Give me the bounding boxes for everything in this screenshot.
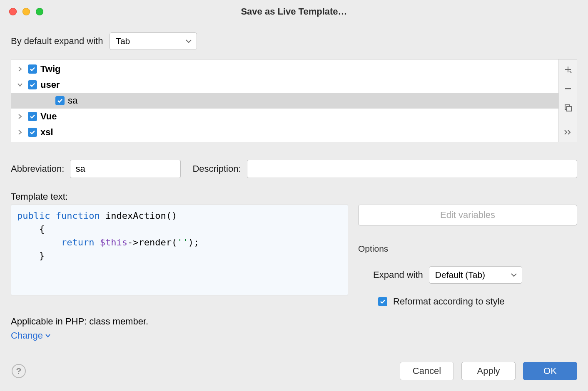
titlebar: Save as Live Template… xyxy=(0,0,588,23)
template-tree-panel: Twig user sa Vue xyxy=(11,59,577,142)
code-kw: public xyxy=(17,210,50,221)
applicable-context: Applicable in PHP: class member. xyxy=(11,316,577,327)
edit-variables-label: Edit variables xyxy=(440,210,495,220)
svg-rect-1 xyxy=(567,106,571,111)
description-label: Description: xyxy=(192,163,241,174)
dialog-window: Save as Live Template… By default expand… xyxy=(0,0,588,391)
button-label: OK xyxy=(543,366,557,376)
template-text-label: Template text: xyxy=(11,191,577,202)
code-var: $this xyxy=(100,237,127,247)
tree-toolbar xyxy=(558,59,577,142)
chevron-right-icon[interactable] xyxy=(15,114,25,119)
close-window-icon[interactable] xyxy=(9,8,17,15)
checkbox-icon[interactable] xyxy=(28,128,37,137)
template-mid-row: public function indexAction() { return $… xyxy=(11,205,577,307)
expand-with-row: Expand with Default (Tab) xyxy=(373,266,577,284)
button-label: Cancel xyxy=(413,366,441,376)
reformat-label: Reformat according to style xyxy=(393,296,505,307)
template-text-editor[interactable]: public function indexAction() { return $… xyxy=(11,205,348,295)
help-icon[interactable]: ? xyxy=(12,364,26,378)
checkbox-icon[interactable] xyxy=(28,64,37,74)
ok-button[interactable]: OK xyxy=(523,362,577,380)
chevron-down-icon[interactable] xyxy=(15,82,25,87)
checkbox-icon[interactable] xyxy=(55,96,65,105)
checkbox-icon[interactable] xyxy=(28,80,37,89)
expand-with-select[interactable]: Default (Tab) xyxy=(429,266,522,284)
code-text: } xyxy=(17,250,45,261)
expand-with-default-value: Tab xyxy=(116,36,130,46)
options-heading: Options xyxy=(358,244,577,254)
content-area: By default expand with Tab Twig user xyxy=(0,23,588,391)
description-input[interactable] xyxy=(247,160,577,178)
abbreviation-input[interactable] xyxy=(70,160,181,178)
duplicate-icon[interactable] xyxy=(562,102,574,114)
code-text: { xyxy=(17,224,45,234)
expand-with-default-select[interactable]: Tab xyxy=(110,32,197,50)
tree-item-sa[interactable]: sa xyxy=(11,93,558,109)
chevron-down-icon xyxy=(511,273,517,277)
change-link-label: Change xyxy=(11,330,43,341)
abbreviation-label: Abbreviation: xyxy=(11,163,64,174)
code-kw: function xyxy=(56,210,100,221)
tree-item-label: sa xyxy=(68,95,77,106)
code-kw: return xyxy=(17,237,100,247)
cancel-button[interactable]: Cancel xyxy=(400,362,454,380)
button-label: Apply xyxy=(477,366,500,376)
change-context-link[interactable]: Change xyxy=(11,330,577,341)
checkbox-icon[interactable] xyxy=(28,112,37,121)
chevron-down-icon xyxy=(186,39,192,43)
dialog-title: Save as Live Template… xyxy=(0,6,588,17)
footer: ? Cancel Apply OK xyxy=(11,354,577,391)
more-icon[interactable] xyxy=(562,126,574,138)
template-tree[interactable]: Twig user sa Vue xyxy=(11,59,558,142)
remove-icon[interactable] xyxy=(562,83,574,94)
code-text: ); xyxy=(188,237,199,247)
edit-variables-button[interactable]: Edit variables xyxy=(358,205,577,225)
tree-item-label: xsl xyxy=(40,127,53,138)
options-label: Options xyxy=(358,244,388,254)
reformat-checkbox[interactable] xyxy=(378,297,387,306)
tree-item-xsl[interactable]: xsl xyxy=(11,124,558,140)
chevron-right-icon[interactable] xyxy=(15,129,25,135)
expand-with-default-label: By default expand with xyxy=(11,36,103,47)
tree-item-user[interactable]: user xyxy=(11,77,558,93)
code-text: indexAction() xyxy=(100,210,177,221)
tree-item-label: Vue xyxy=(40,111,57,122)
tree-item-label: user xyxy=(40,79,60,90)
divider xyxy=(393,249,577,249)
code-str: '' xyxy=(177,237,188,247)
tree-item-label: Twig xyxy=(40,64,60,74)
right-column: Edit variables Options Expand with Defau… xyxy=(358,205,577,307)
code-text: ->render( xyxy=(127,237,177,247)
chevron-down-icon xyxy=(45,334,50,338)
expand-with-label: Expand with xyxy=(373,270,423,280)
chevron-right-icon[interactable] xyxy=(15,66,25,72)
expand-with-value: Default (Tab) xyxy=(435,270,485,280)
reformat-row: Reformat according to style xyxy=(378,296,577,307)
add-icon[interactable] xyxy=(562,64,574,75)
abbreviation-row: Abbreviation: Description: xyxy=(11,160,577,178)
tree-item-twig[interactable]: Twig xyxy=(11,61,558,77)
tree-item-vue[interactable]: Vue xyxy=(11,109,558,124)
apply-button[interactable]: Apply xyxy=(461,362,516,380)
expand-with-default-row: By default expand with Tab xyxy=(11,32,577,50)
maximize-window-icon[interactable] xyxy=(36,8,43,15)
window-controls xyxy=(0,8,43,15)
minimize-window-icon[interactable] xyxy=(22,8,30,15)
